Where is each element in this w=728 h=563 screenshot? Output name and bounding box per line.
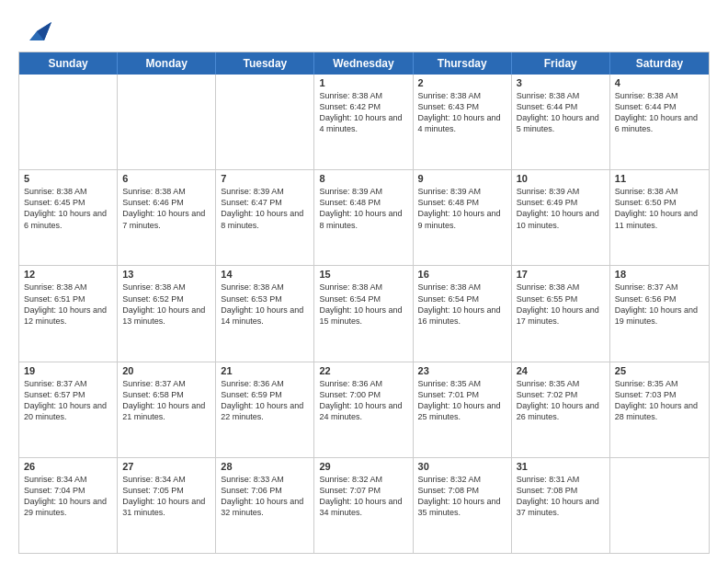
- day-cell-26: 26Sunrise: 8:34 AM Sunset: 7:04 PM Dayli…: [19, 458, 118, 553]
- day-number: 22: [319, 365, 407, 376]
- day-cell-7: 7Sunrise: 8:39 AM Sunset: 6:47 PM Daylig…: [216, 170, 314, 265]
- day-number: 3: [517, 77, 605, 88]
- day-number: 17: [517, 269, 605, 280]
- day-number: 24: [517, 365, 605, 376]
- day-number: 28: [221, 461, 309, 472]
- day-info: Sunrise: 8:33 AM Sunset: 7:06 PM Dayligh…: [221, 474, 309, 519]
- day-info: Sunrise: 8:32 AM Sunset: 7:08 PM Dayligh…: [418, 474, 506, 519]
- day-header-wednesday: Wednesday: [314, 52, 413, 75]
- day-cell-15: 15Sunrise: 8:38 AM Sunset: 6:54 PM Dayli…: [314, 266, 413, 361]
- day-info: Sunrise: 8:39 AM Sunset: 6:48 PM Dayligh…: [418, 186, 506, 231]
- empty-cell: [19, 75, 118, 169]
- day-cell-28: 28Sunrise: 8:33 AM Sunset: 7:06 PM Dayli…: [216, 458, 314, 553]
- empty-cell: [610, 458, 709, 553]
- calendar-row-3: 19Sunrise: 8:37 AM Sunset: 6:57 PM Dayli…: [19, 362, 709, 457]
- day-number: 9: [418, 173, 506, 184]
- day-cell-22: 22Sunrise: 8:36 AM Sunset: 7:00 PM Dayli…: [314, 362, 413, 457]
- day-cell-8: 8Sunrise: 8:39 AM Sunset: 6:48 PM Daylig…: [314, 170, 413, 265]
- day-cell-30: 30Sunrise: 8:32 AM Sunset: 7:08 PM Dayli…: [414, 458, 512, 553]
- day-info: Sunrise: 8:38 AM Sunset: 6:51 PM Dayligh…: [24, 282, 112, 327]
- day-number: 4: [615, 77, 704, 88]
- day-info: Sunrise: 8:38 AM Sunset: 6:46 PM Dayligh…: [122, 186, 210, 231]
- day-info: Sunrise: 8:36 AM Sunset: 7:00 PM Dayligh…: [319, 378, 407, 423]
- day-cell-11: 11Sunrise: 8:38 AM Sunset: 6:50 PM Dayli…: [610, 170, 709, 265]
- day-cell-14: 14Sunrise: 8:38 AM Sunset: 6:53 PM Dayli…: [216, 266, 314, 361]
- calendar-header: SundayMondayTuesdayWednesdayThursdayFrid…: [19, 52, 709, 75]
- day-info: Sunrise: 8:38 AM Sunset: 6:44 PM Dayligh…: [517, 90, 605, 135]
- day-info: Sunrise: 8:38 AM Sunset: 6:53 PM Dayligh…: [221, 282, 309, 327]
- empty-cell: [216, 75, 314, 169]
- day-cell-24: 24Sunrise: 8:35 AM Sunset: 7:02 PM Dayli…: [512, 362, 610, 457]
- day-number: 19: [24, 365, 112, 376]
- day-info: Sunrise: 8:36 AM Sunset: 6:59 PM Dayligh…: [221, 378, 309, 423]
- calendar: SundayMondayTuesdayWednesdayThursdayFrid…: [18, 52, 710, 554]
- day-number: 21: [221, 365, 309, 376]
- day-cell-31: 31Sunrise: 8:31 AM Sunset: 7:08 PM Dayli…: [512, 458, 610, 553]
- day-cell-10: 10Sunrise: 8:39 AM Sunset: 6:49 PM Dayli…: [512, 170, 610, 265]
- day-info: Sunrise: 8:38 AM Sunset: 6:54 PM Dayligh…: [418, 282, 506, 327]
- day-number: 14: [221, 269, 309, 280]
- day-number: 7: [221, 173, 309, 184]
- day-info: Sunrise: 8:31 AM Sunset: 7:08 PM Dayligh…: [517, 474, 605, 519]
- day-info: Sunrise: 8:39 AM Sunset: 6:47 PM Dayligh…: [221, 186, 309, 231]
- day-number: 1: [319, 77, 407, 88]
- calendar-row-1: 5Sunrise: 8:38 AM Sunset: 6:45 PM Daylig…: [19, 169, 709, 265]
- day-number: 11: [615, 173, 704, 184]
- day-info: Sunrise: 8:37 AM Sunset: 6:57 PM Dayligh…: [24, 378, 112, 423]
- day-info: Sunrise: 8:39 AM Sunset: 6:48 PM Dayligh…: [319, 186, 407, 231]
- day-header-thursday: Thursday: [414, 52, 512, 75]
- day-number: 16: [418, 269, 506, 280]
- day-info: Sunrise: 8:37 AM Sunset: 6:58 PM Dayligh…: [122, 378, 210, 423]
- day-info: Sunrise: 8:38 AM Sunset: 6:50 PM Dayligh…: [615, 186, 704, 231]
- day-cell-1: 1Sunrise: 8:38 AM Sunset: 6:42 PM Daylig…: [314, 75, 413, 169]
- day-cell-27: 27Sunrise: 8:34 AM Sunset: 7:05 PM Dayli…: [118, 458, 216, 553]
- day-cell-29: 29Sunrise: 8:32 AM Sunset: 7:07 PM Dayli…: [314, 458, 413, 553]
- day-header-friday: Friday: [512, 52, 610, 75]
- day-number: 18: [615, 269, 704, 280]
- day-number: 29: [319, 461, 407, 472]
- day-number: 13: [122, 269, 210, 280]
- day-info: Sunrise: 8:35 AM Sunset: 7:02 PM Dayligh…: [517, 378, 605, 423]
- calendar-body: 1Sunrise: 8:38 AM Sunset: 6:42 PM Daylig…: [19, 75, 709, 553]
- day-info: Sunrise: 8:38 AM Sunset: 6:55 PM Dayligh…: [517, 282, 605, 327]
- day-info: Sunrise: 8:32 AM Sunset: 7:07 PM Dayligh…: [319, 474, 407, 519]
- day-info: Sunrise: 8:38 AM Sunset: 6:42 PM Dayligh…: [319, 90, 407, 135]
- day-cell-5: 5Sunrise: 8:38 AM Sunset: 6:45 PM Daylig…: [19, 170, 118, 265]
- day-header-saturday: Saturday: [610, 52, 709, 75]
- day-number: 23: [418, 365, 506, 376]
- calendar-row-2: 12Sunrise: 8:38 AM Sunset: 6:51 PM Dayli…: [19, 265, 709, 361]
- day-info: Sunrise: 8:34 AM Sunset: 7:04 PM Dayligh…: [24, 474, 112, 519]
- day-info: Sunrise: 8:38 AM Sunset: 6:52 PM Dayligh…: [122, 282, 210, 327]
- empty-cell: [118, 75, 216, 169]
- day-cell-12: 12Sunrise: 8:38 AM Sunset: 6:51 PM Dayli…: [19, 266, 118, 361]
- calendar-row-0: 1Sunrise: 8:38 AM Sunset: 6:42 PM Daylig…: [19, 75, 709, 169]
- day-info: Sunrise: 8:39 AM Sunset: 6:49 PM Dayligh…: [517, 186, 605, 231]
- day-cell-21: 21Sunrise: 8:36 AM Sunset: 6:59 PM Dayli…: [216, 362, 314, 457]
- day-cell-20: 20Sunrise: 8:37 AM Sunset: 6:58 PM Dayli…: [118, 362, 216, 457]
- day-cell-25: 25Sunrise: 8:35 AM Sunset: 7:03 PM Dayli…: [610, 362, 709, 457]
- day-info: Sunrise: 8:35 AM Sunset: 7:01 PM Dayligh…: [418, 378, 506, 423]
- logo: [18, 15, 51, 44]
- day-cell-9: 9Sunrise: 8:39 AM Sunset: 6:48 PM Daylig…: [414, 170, 512, 265]
- day-number: 15: [319, 269, 407, 280]
- day-number: 8: [319, 173, 407, 184]
- day-number: 30: [418, 461, 506, 472]
- day-header-tuesday: Tuesday: [216, 52, 314, 75]
- day-number: 10: [517, 173, 605, 184]
- day-number: 31: [517, 461, 605, 472]
- day-number: 5: [24, 173, 112, 184]
- day-cell-16: 16Sunrise: 8:38 AM Sunset: 6:54 PM Dayli…: [414, 266, 512, 361]
- day-info: Sunrise: 8:38 AM Sunset: 6:45 PM Dayligh…: [24, 186, 112, 231]
- day-number: 25: [615, 365, 704, 376]
- calendar-row-4: 26Sunrise: 8:34 AM Sunset: 7:04 PM Dayli…: [19, 457, 709, 553]
- day-cell-13: 13Sunrise: 8:38 AM Sunset: 6:52 PM Dayli…: [118, 266, 216, 361]
- day-info: Sunrise: 8:38 AM Sunset: 6:43 PM Dayligh…: [418, 90, 506, 135]
- day-info: Sunrise: 8:38 AM Sunset: 6:44 PM Dayligh…: [615, 90, 704, 135]
- day-cell-3: 3Sunrise: 8:38 AM Sunset: 6:44 PM Daylig…: [512, 75, 610, 169]
- day-info: Sunrise: 8:38 AM Sunset: 6:54 PM Dayligh…: [319, 282, 407, 327]
- day-cell-6: 6Sunrise: 8:38 AM Sunset: 6:46 PM Daylig…: [118, 170, 216, 265]
- day-header-monday: Monday: [118, 52, 216, 75]
- day-number: 27: [122, 461, 210, 472]
- day-header-sunday: Sunday: [19, 52, 118, 75]
- day-number: 6: [122, 173, 210, 184]
